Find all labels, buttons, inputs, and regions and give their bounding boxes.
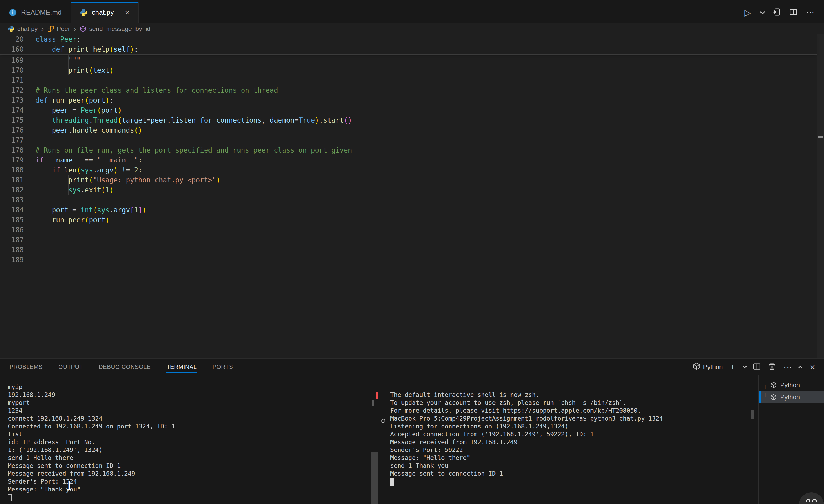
keyboard-icon xyxy=(806,499,817,502)
line-number: 20 xyxy=(0,34,24,44)
breadcrumb-item-peer[interactable]: Peer xyxy=(47,25,70,32)
new-terminal-button[interactable]: + xyxy=(730,363,735,371)
panel-tab-terminal[interactable]: TERMINAL xyxy=(166,360,197,374)
terminal-pane-divider[interactable] xyxy=(380,375,381,504)
code-line: 189 xyxy=(0,255,817,265)
panel-tab-output[interactable]: OUTPUT xyxy=(58,360,83,374)
run-dropdown-chevron-icon[interactable] xyxy=(760,9,765,14)
line-content: """ xyxy=(24,55,81,66)
panel-tab-ports[interactable]: PORTS xyxy=(212,360,233,374)
more-actions-icon[interactable]: ⋯ xyxy=(806,8,815,17)
terminal-pane-right[interactable]: The default interactive shell is now zsh… xyxy=(390,383,747,478)
terminal-profile-chevron-icon[interactable] xyxy=(743,364,747,368)
line-content: threading.Thread(target=peer.listen_for_… xyxy=(24,115,352,125)
line-number: 185 xyxy=(0,215,24,225)
close-tab-icon[interactable]: × xyxy=(125,9,129,16)
terminal-pane-left[interactable]: myip192.168.1.249myport1234connect 192.1… xyxy=(8,383,370,493)
line-number: 173 xyxy=(0,95,24,105)
breadcrumb-label: send_message_by_id xyxy=(89,25,150,32)
breadcrumb-item-chat-py[interactable]: chat.py xyxy=(8,25,37,32)
line-number: 172 xyxy=(0,85,24,95)
right-terminal-scrollbar[interactable] xyxy=(751,410,754,419)
line-number: 174 xyxy=(0,105,24,115)
terminal-line: Message sent to connection ID 1 xyxy=(8,462,370,470)
line-content: # Runs on file run, gets the port specif… xyxy=(24,145,352,155)
code-editor[interactable]: 169 """170 print(text)171172# Runs the p… xyxy=(0,34,817,358)
terminal-cursor-focused xyxy=(390,478,394,486)
code-line: 178# Runs on file run, gets the port spe… xyxy=(0,145,817,155)
panel-tabs: PROBLEMSOUTPUTDEBUG CONSOLETERMINALPORTS xyxy=(0,360,233,374)
close-panel-icon[interactable]: × xyxy=(810,363,815,371)
terminal-scrollbar-mark xyxy=(372,399,374,406)
breadcrumb-label: chat.py xyxy=(17,25,37,32)
panel-more-actions-icon[interactable]: ⋯ xyxy=(783,363,792,371)
info-icon xyxy=(9,9,17,16)
terminal-error-decoration xyxy=(376,392,378,399)
left-terminal-scrollbar[interactable] xyxy=(371,452,378,504)
code-line: 173def run_peer(port): xyxy=(0,95,817,105)
terminal-line: Accepted connection from ('192.168.1.249… xyxy=(390,430,747,438)
code-line: 182 sys.exit(1) xyxy=(0,185,817,195)
code-line: 169 """ xyxy=(0,55,817,66)
panel-header: PROBLEMSOUTPUTDEBUG CONSOLETERMINALPORTS… xyxy=(0,359,824,375)
code-line: 188 xyxy=(0,245,817,255)
breadcrumb: chat.py›Peer›send_message_by_id xyxy=(0,23,824,34)
split-editor-icon[interactable] xyxy=(789,8,797,17)
breadcrumb-item-send-message-by-id[interactable]: send_message_by_id xyxy=(80,25,150,32)
line-number: 188 xyxy=(0,245,24,255)
line-number: 189 xyxy=(0,255,24,265)
mouse-ibeam-cursor: I xyxy=(67,478,72,492)
code-line: 181 print("Usage: python chat.py <port>"… xyxy=(0,175,817,185)
code-line: 183 xyxy=(0,195,817,205)
line-content: sys.exit(1) xyxy=(24,185,113,195)
terminal-list-item[interactable]: └Python xyxy=(758,391,824,403)
line-content xyxy=(24,245,35,255)
editor-scrollbar[interactable] xyxy=(817,34,824,358)
line-number: 187 xyxy=(0,235,24,245)
terminal-list-item[interactable]: ┌Python xyxy=(758,379,824,391)
line-number: 160 xyxy=(0,44,24,54)
terminal-line xyxy=(390,383,747,391)
terminal-line: Message sent to connection ID 1 xyxy=(390,470,747,478)
code-line: 160 def print_help(self): xyxy=(0,44,817,54)
terminal-line: For more details, please visit https://s… xyxy=(390,407,747,414)
split-terminal-icon[interactable] xyxy=(753,363,761,371)
panel-tab-debug-console[interactable]: DEBUG CONSOLE xyxy=(98,360,151,374)
maximize-panel-chevron-icon[interactable] xyxy=(798,366,803,370)
class-icon xyxy=(47,25,54,32)
breadcrumb-label: Peer xyxy=(57,25,70,32)
terminal-shell-label[interactable]: Python xyxy=(693,362,723,372)
bottom-panel: PROBLEMSOUTPUTDEBUG CONSOLETERMINALPORTS… xyxy=(0,358,824,504)
tab-label: README.md xyxy=(21,8,62,16)
code-line: 176 peer.handle_commands() xyxy=(0,125,817,135)
kill-terminal-trash-icon[interactable] xyxy=(768,363,776,371)
terminal-list-label: Python xyxy=(780,393,800,401)
line-content: def print_help(self): xyxy=(24,44,138,54)
line-number: 169 xyxy=(0,55,24,66)
terminal-line: myport xyxy=(8,399,370,407)
run-button[interactable]: ▷ xyxy=(744,8,751,17)
terminal-line: Message received from 192.168.1.249 xyxy=(8,470,370,478)
line-number: 184 xyxy=(0,205,24,215)
panel-actions: Python + ⋯ × xyxy=(693,359,815,375)
editor-tab-readme-md[interactable]: README.md xyxy=(0,2,71,23)
panel-tab-problems[interactable]: PROBLEMS xyxy=(9,360,43,374)
line-number: 177 xyxy=(0,135,24,145)
line-content: peer.handle_commands() xyxy=(24,125,142,135)
run-python-dedicated-icon[interactable] xyxy=(772,8,781,17)
line-number: 171 xyxy=(0,75,24,85)
python-env-cube-icon xyxy=(770,382,777,388)
code-line: 170 print(text) xyxy=(0,66,817,75)
terminal-line: Listening for connections on (192.168.1.… xyxy=(390,422,747,430)
command-decoration-circle[interactable] xyxy=(381,419,385,423)
terminal-list-label: Python xyxy=(780,381,800,389)
terminal-line: Message received from 192.168.1.249 xyxy=(390,438,747,446)
terminal-cursor-unfocused xyxy=(8,494,12,501)
line-number: 178 xyxy=(0,145,24,155)
terminal-line: send 1 Hello there xyxy=(8,454,370,462)
line-number: 179 xyxy=(0,155,24,165)
code-line: 172# Runs the peer class and listens for… xyxy=(0,85,817,95)
code-line: 174 peer = Peer(port) xyxy=(0,105,817,115)
terminal-list: ┌Python└Python xyxy=(758,379,824,403)
editor-tab-chat-py[interactable]: chat.py× xyxy=(71,2,139,23)
